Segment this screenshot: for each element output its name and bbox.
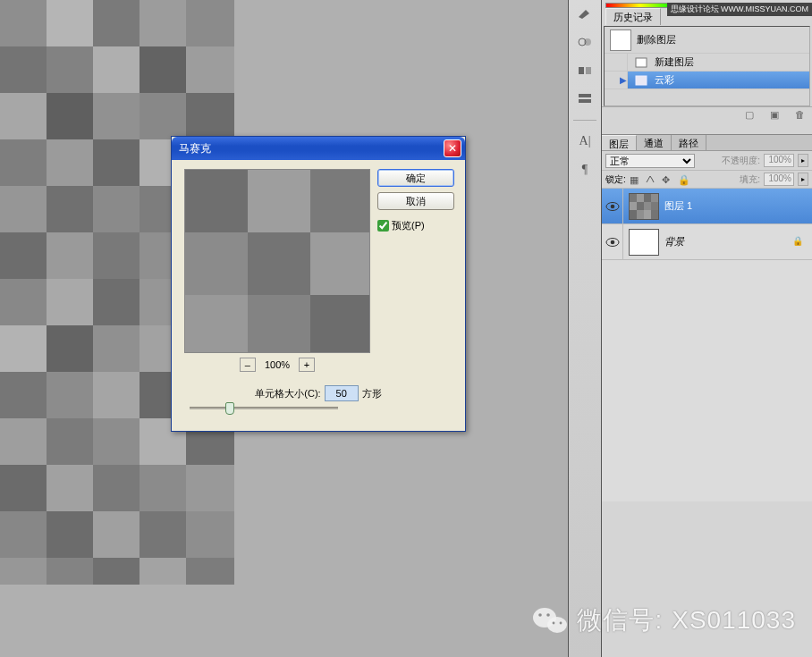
- visibility-toggle[interactable]: [602, 189, 623, 223]
- svg-rect-54: [140, 465, 186, 511]
- lock-label: 锁定:: [605, 173, 626, 186]
- svg-rect-5: [186, 0, 234, 46]
- svg-rect-53: [93, 465, 140, 511]
- lock-position-icon[interactable]: ✥: [662, 174, 672, 185]
- svg-rect-77: [630, 194, 637, 202]
- svg-rect-13: [93, 93, 140, 139]
- svg-rect-58: [93, 511, 140, 558]
- new-layer-icon: [633, 55, 649, 70]
- cell-size-slider[interactable]: [190, 407, 338, 414]
- eye-icon: [605, 201, 620, 212]
- svg-rect-12: [47, 93, 93, 139]
- svg-rect-28: [93, 232, 140, 279]
- svg-rect-38: [93, 325, 140, 372]
- paragraph-panel-icon[interactable]: ¶: [575, 162, 595, 178]
- zoom-in-button[interactable]: +: [299, 358, 315, 372]
- history-trash-icon[interactable]: 🗑: [792, 109, 807, 122]
- history-row-label: 云彩: [655, 73, 674, 87]
- svg-rect-55: [186, 465, 234, 511]
- history-row-label: 新建图层: [655, 55, 694, 69]
- history-row-selected[interactable]: ▶ 云彩: [605, 72, 809, 89]
- blend-mode-select[interactable]: 正常: [605, 154, 695, 168]
- layer-name[interactable]: 图层 1: [664, 199, 812, 213]
- close-button[interactable]: ✕: [444, 139, 461, 157]
- svg-rect-26: [0, 232, 47, 279]
- opacity-input[interactable]: 100%: [764, 154, 794, 167]
- svg-rect-78: [637, 194, 644, 202]
- brush-panel-icon[interactable]: [575, 5, 595, 21]
- svg-rect-3: [93, 0, 140, 46]
- svg-rect-16: [0, 139, 47, 186]
- history-list: 删除图层 新建图层 ▶ 云彩: [604, 26, 810, 106]
- svg-rect-80: [651, 194, 658, 202]
- history-tab[interactable]: 历史记录: [605, 8, 661, 25]
- svg-rect-65: [186, 558, 234, 585]
- svg-rect-63: [93, 558, 140, 585]
- svg-rect-37: [47, 325, 93, 372]
- fill-label: 填充:: [740, 173, 760, 186]
- svg-rect-85: [630, 210, 637, 219]
- svg-rect-21: [0, 186, 47, 232]
- preview-checkbox[interactable]: [377, 220, 389, 232]
- filter-preview[interactable]: [184, 169, 370, 353]
- cell-size-label: 单元格大小(C):: [255, 387, 320, 400]
- layer-name[interactable]: 背景: [664, 235, 792, 248]
- swatches-panel-icon[interactable]: [575, 63, 595, 79]
- lock-all-icon[interactable]: 🔒: [678, 174, 689, 185]
- tab-channels[interactable]: 通道: [637, 135, 672, 150]
- lock-transparent-icon[interactable]: ▦: [630, 174, 640, 185]
- cancel-button[interactable]: 取消: [377, 192, 454, 210]
- svg-point-106: [560, 622, 562, 625]
- slider-thumb-icon[interactable]: [225, 402, 234, 415]
- visibility-toggle[interactable]: [602, 224, 623, 259]
- character-panel-icon[interactable]: A|: [575, 133, 595, 149]
- svg-rect-87: [644, 210, 651, 219]
- layer-thumbnail[interactable]: [629, 193, 659, 220]
- svg-rect-11: [0, 93, 47, 139]
- svg-rect-42: [47, 372, 93, 418]
- tab-layers[interactable]: 图层: [602, 135, 637, 150]
- zoom-out-button[interactable]: –: [240, 358, 256, 372]
- layer-row[interactable]: 背景 🔒: [602, 224, 812, 260]
- svg-rect-60: [186, 511, 234, 558]
- lock-fill-row: 锁定: ▦ ✥ 🔒 填充: 100% ▸: [602, 171, 812, 189]
- history-panel: 思缘设计论坛 WWW.MISSYUAN.COM 历史记录 删除图层 新建图层 ▶…: [602, 3, 812, 134]
- history-thumbnail-icon: [610, 29, 631, 51]
- wechat-label: 微信号:: [577, 603, 663, 637]
- svg-rect-31: [0, 279, 47, 325]
- svg-rect-69: [586, 67, 591, 74]
- svg-rect-22: [47, 186, 93, 232]
- cell-size-input[interactable]: [325, 385, 359, 401]
- tool-presets-icon[interactable]: [575, 91, 595, 107]
- history-root-row[interactable]: 删除图层: [605, 27, 809, 54]
- clone-panel-icon[interactable]: [575, 34, 595, 50]
- layer-row[interactable]: 图层 1: [602, 189, 812, 224]
- blend-opacity-row: 正常 不透明度: 100% ▸: [602, 151, 812, 171]
- svg-rect-70: [579, 94, 591, 97]
- svg-rect-56: [0, 511, 47, 558]
- preview-checkbox-row[interactable]: 预览(P): [377, 219, 454, 232]
- dialog-titlebar[interactable]: 马赛克 ✕: [172, 137, 465, 160]
- svg-rect-6: [0, 46, 47, 93]
- opacity-flyout-icon[interactable]: ▸: [798, 154, 808, 167]
- ok-button[interactable]: 确定: [377, 169, 454, 187]
- svg-rect-99: [248, 295, 310, 352]
- tab-paths[interactable]: 路径: [672, 135, 706, 150]
- svg-rect-82: [637, 202, 644, 210]
- svg-rect-15: [186, 93, 234, 139]
- fill-flyout-icon[interactable]: ▸: [798, 173, 808, 186]
- svg-rect-10: [186, 46, 234, 93]
- svg-rect-1: [0, 0, 47, 46]
- svg-rect-36: [0, 325, 47, 372]
- svg-rect-18: [93, 139, 140, 186]
- zoom-value: 100%: [265, 359, 290, 370]
- history-row[interactable]: 新建图层: [605, 54, 809, 72]
- lock-image-icon[interactable]: [646, 174, 656, 185]
- svg-rect-33: [93, 279, 140, 325]
- svg-rect-27: [47, 232, 93, 279]
- layer-thumbnail[interactable]: [629, 229, 659, 256]
- wechat-watermark: 微信号: XS011033: [532, 603, 796, 637]
- history-camera-icon[interactable]: ▣: [767, 109, 782, 122]
- fill-input[interactable]: 100%: [764, 173, 794, 186]
- history-snapshot-icon[interactable]: ▢: [742, 109, 757, 122]
